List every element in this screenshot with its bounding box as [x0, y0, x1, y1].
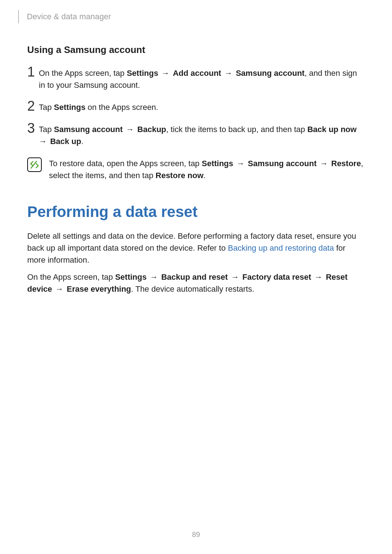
step-number: 1 — [27, 66, 39, 77]
breadcrumb: Device & data manager — [27, 12, 111, 21]
bold: Samsung account — [248, 159, 317, 168]
paragraph: Delete all settings and data on the devi… — [27, 230, 365, 266]
step-item: 1 On the Apps screen, tap Settings → Add… — [27, 67, 365, 91]
arrow-icon: → — [52, 284, 67, 294]
arrow-icon: → — [311, 272, 326, 282]
bold: Backup — [137, 125, 166, 134]
section-heading: Performing a data reset — [27, 203, 365, 221]
bold: Settings — [127, 69, 158, 78]
breadcrumb-strip: Device & data manager — [27, 10, 365, 23]
header-rule — [18, 10, 19, 23]
step-text: Tap Settings on the Apps screen. — [39, 101, 365, 113]
arrow-icon: → — [228, 272, 242, 282]
bold: Settings — [202, 159, 233, 168]
arrow-icon: → — [147, 272, 161, 282]
arrow-icon: → — [158, 69, 173, 78]
subsection-heading: Using a Samsung account — [27, 44, 365, 56]
arrow-icon: → — [317, 159, 331, 168]
arrow-icon: → — [123, 125, 137, 134]
text: Tap — [39, 125, 54, 134]
bold: Backup and reset — [161, 272, 228, 282]
bold: Factory data reset — [242, 272, 311, 282]
text: On the Apps screen, tap — [39, 69, 127, 78]
arrow-icon: → — [221, 69, 236, 78]
step-number: 2 — [27, 100, 39, 111]
bold: Back up now — [307, 125, 357, 134]
bold: Erase everything — [67, 284, 131, 294]
page-number: 89 — [0, 530, 392, 539]
note-icon — [27, 157, 42, 172]
text: . — [204, 171, 206, 180]
step-item: 2 Tap Settings on the Apps screen. — [27, 101, 365, 113]
bold: Settings — [54, 103, 86, 112]
text: on the Apps screen. — [85, 103, 158, 112]
link-backing-up[interactable]: Backing up and restoring data — [228, 243, 334, 253]
manual-page: Device & data manager Using a Samsung ac… — [0, 0, 392, 554]
paragraph: On the Apps screen, tap Settings → Backu… — [27, 271, 365, 295]
text: To restore data, open the Apps screen, t… — [49, 159, 202, 168]
note-text: To restore data, open the Apps screen, t… — [49, 157, 365, 181]
bold: Add account — [173, 69, 221, 78]
text: . The device automatically restarts. — [131, 284, 254, 294]
bold: Restore now — [156, 171, 204, 180]
text: , tick the items to back up, and then ta… — [166, 125, 307, 134]
step-item: 3 Tap Samsung account → Backup, tick the… — [27, 123, 365, 147]
step-text: On the Apps screen, tap Settings → Add a… — [39, 67, 365, 91]
bold: Settings — [115, 272, 147, 282]
bold: Samsung account — [236, 69, 305, 78]
arrow-icon: → — [233, 159, 248, 168]
bold: Back up — [50, 137, 81, 146]
step-number: 3 — [27, 123, 39, 134]
text: On the Apps screen, tap — [27, 272, 115, 282]
step-list: 1 On the Apps screen, tap Settings → Add… — [27, 67, 365, 147]
note-callout: To restore data, open the Apps screen, t… — [27, 157, 365, 181]
bold: Samsung account — [54, 125, 123, 134]
step-text: Tap Samsung account → Backup, tick the i… — [39, 123, 365, 147]
bold: Restore — [331, 159, 361, 168]
text: Tap — [39, 103, 54, 112]
text: . — [81, 137, 83, 146]
